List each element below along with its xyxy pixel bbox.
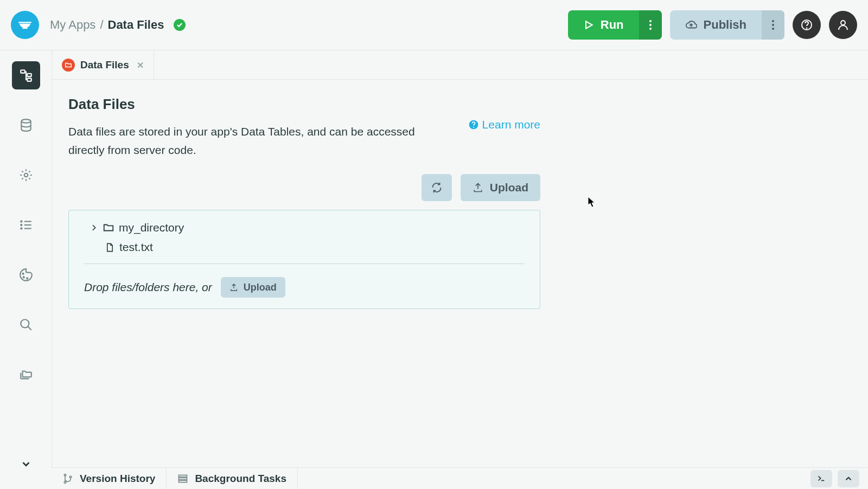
chevron-right-icon [90, 223, 98, 232]
svg-point-12 [21, 119, 30, 123]
publish-button-group: Publish [670, 10, 784, 40]
run-button[interactable]: Run [568, 18, 639, 32]
refresh-button[interactable] [422, 174, 452, 201]
svg-point-15 [21, 224, 22, 226]
svg-point-20 [21, 319, 29, 327]
file-row[interactable]: test.txt [99, 237, 525, 257]
upload-label: Upload [490, 181, 528, 194]
drop-text: Drop files/folders here, or [84, 281, 212, 294]
publish-menu-button[interactable] [762, 10, 784, 40]
chevron-up-icon [844, 474, 853, 484]
background-tasks-label: Background Tasks [195, 473, 286, 485]
footer-version-history[interactable]: Version History [52, 468, 167, 489]
sidebar-files[interactable] [12, 361, 40, 389]
svg-point-24 [64, 481, 66, 483]
list-icon [19, 218, 33, 232]
sidebar-theme[interactable] [12, 261, 40, 289]
page-title: Data Files [68, 96, 452, 113]
play-icon [583, 20, 594, 30]
help-button[interactable] [793, 11, 821, 39]
breadcrumb-current: Data Files [108, 18, 164, 32]
page-subtitle: Data files are stored in your app's Data… [68, 123, 452, 159]
refresh-icon [431, 182, 443, 194]
upload-icon [473, 182, 483, 193]
folder-icon [103, 222, 114, 234]
svg-point-13 [24, 173, 28, 177]
tasks-icon [177, 473, 188, 484]
chevron-down-icon [20, 458, 32, 470]
svg-point-3 [772, 20, 774, 22]
sidebar-logs[interactable] [12, 211, 40, 239]
svg-point-25 [69, 476, 71, 478]
svg-point-7 [807, 28, 807, 29]
tree-icon [19, 68, 33, 82]
breadcrumb-parent[interactable]: My Apps [50, 18, 95, 32]
run-label: Run [601, 18, 624, 32]
cloud-upload-icon [685, 19, 697, 31]
svg-point-18 [23, 276, 24, 278]
sidebar-data[interactable] [12, 111, 40, 139]
file-icon [105, 242, 115, 253]
folders-icon [19, 368, 33, 382]
svg-point-5 [772, 28, 774, 30]
anvil-logo-icon [17, 17, 33, 33]
svg-point-0 [649, 20, 652, 22]
version-history-label: Version History [80, 473, 155, 485]
sidebar-settings[interactable] [12, 161, 40, 189]
sidebar-collapse[interactable] [12, 450, 40, 478]
tab-close-button[interactable]: ✕ [137, 60, 144, 70]
sidebar-app-browser[interactable] [12, 61, 40, 89]
svg-rect-9 [21, 70, 25, 73]
publish-button[interactable]: Publish [670, 18, 762, 32]
git-branch-icon [62, 473, 73, 484]
search-icon [19, 318, 33, 332]
account-button[interactable] [829, 11, 857, 39]
svg-rect-28 [179, 480, 187, 482]
run-button-group: Run [568, 10, 662, 40]
help-circle-icon [468, 119, 479, 130]
svg-point-14 [21, 221, 22, 222]
publish-label: Publish [704, 18, 746, 32]
directory-row[interactable]: my_directory [84, 218, 525, 237]
learn-more-text: Learn more [482, 118, 540, 131]
learn-more-link[interactable]: Learn more [468, 91, 540, 159]
footer-background-tasks[interactable]: Background Tasks [167, 468, 298, 489]
kebab-icon [649, 20, 652, 30]
svg-point-4 [772, 24, 774, 26]
sidebar-search[interactable] [12, 311, 40, 339]
kebab-icon [772, 20, 774, 30]
breadcrumb: My Apps / Data Files [50, 18, 186, 32]
logo[interactable] [11, 11, 39, 39]
upload-button[interactable]: Upload [461, 174, 540, 201]
svg-point-16 [21, 228, 22, 229]
svg-point-1 [649, 24, 652, 26]
help-icon [800, 18, 813, 31]
svg-rect-10 [27, 74, 31, 76]
file-name: test.txt [119, 241, 153, 254]
status-saved-icon [174, 19, 186, 31]
tab-data-files[interactable]: Data Files ✕ [52, 50, 154, 79]
drop-area[interactable]: Drop files/folders here, or Upload [84, 277, 531, 298]
svg-rect-26 [179, 475, 187, 477]
tab-label: Data Files [80, 59, 129, 71]
svg-point-22 [473, 127, 474, 128]
expand-panel-button[interactable] [838, 470, 859, 487]
svg-point-2 [649, 28, 652, 30]
palette-icon [19, 268, 33, 282]
svg-point-8 [841, 21, 845, 25]
run-menu-button[interactable] [639, 10, 662, 40]
console-button[interactable] [810, 470, 832, 487]
data-files-tab-icon [62, 59, 75, 72]
svg-rect-11 [27, 78, 31, 81]
upload-small-label: Upload [244, 282, 277, 293]
svg-point-17 [22, 273, 23, 274]
svg-rect-27 [179, 478, 187, 479]
terminal-icon [816, 474, 827, 483]
upload-small-button[interactable]: Upload [221, 277, 285, 298]
file-panel: my_directory test.txt Drop files/folders… [68, 210, 540, 309]
database-icon [19, 118, 33, 132]
upload-icon [229, 283, 238, 292]
gear-icon [19, 168, 33, 182]
svg-point-23 [64, 474, 66, 475]
svg-point-19 [27, 278, 28, 279]
